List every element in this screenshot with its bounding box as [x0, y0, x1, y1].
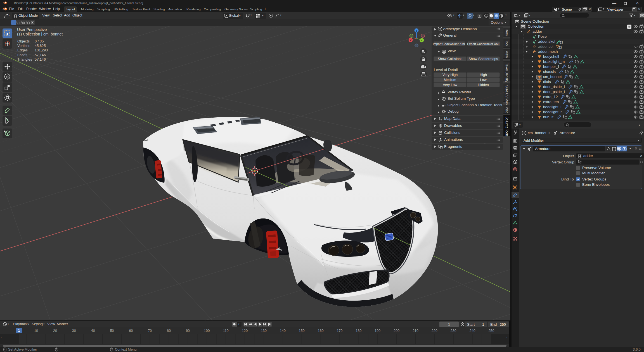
svg-text:100: 100 [204, 329, 210, 333]
svg-text:Y: Y [421, 39, 423, 42]
svg-text:80: 80 [167, 329, 171, 333]
svg-text:30: 30 [72, 329, 76, 333]
svg-text:250: 250 [489, 329, 494, 333]
svg-text:50: 50 [110, 329, 114, 333]
svg-text:210: 210 [413, 329, 418, 333]
svg-text:160: 160 [318, 329, 324, 333]
svg-text:120: 120 [242, 329, 248, 333]
svg-text:90: 90 [186, 329, 190, 333]
svg-text:200: 200 [394, 329, 399, 333]
svg-text:130: 130 [261, 329, 267, 333]
svg-text:70: 70 [148, 329, 152, 333]
svg-text:230: 230 [451, 329, 456, 333]
svg-text:240: 240 [470, 329, 475, 333]
svg-text:220: 220 [432, 329, 437, 333]
svg-text:Z: Z [416, 29, 417, 32]
svg-text:180: 180 [356, 329, 362, 333]
svg-text:190: 190 [375, 329, 380, 333]
svg-text:X: X [410, 39, 412, 42]
svg-text:150: 150 [299, 329, 305, 333]
svg-text:170: 170 [337, 329, 343, 333]
svg-text:40: 40 [91, 329, 95, 333]
svg-text:20: 20 [53, 329, 57, 333]
svg-text:10: 10 [34, 329, 38, 333]
svg-text:110: 110 [223, 329, 229, 333]
svg-text:60: 60 [129, 329, 133, 333]
svg-text:140: 140 [280, 329, 286, 333]
